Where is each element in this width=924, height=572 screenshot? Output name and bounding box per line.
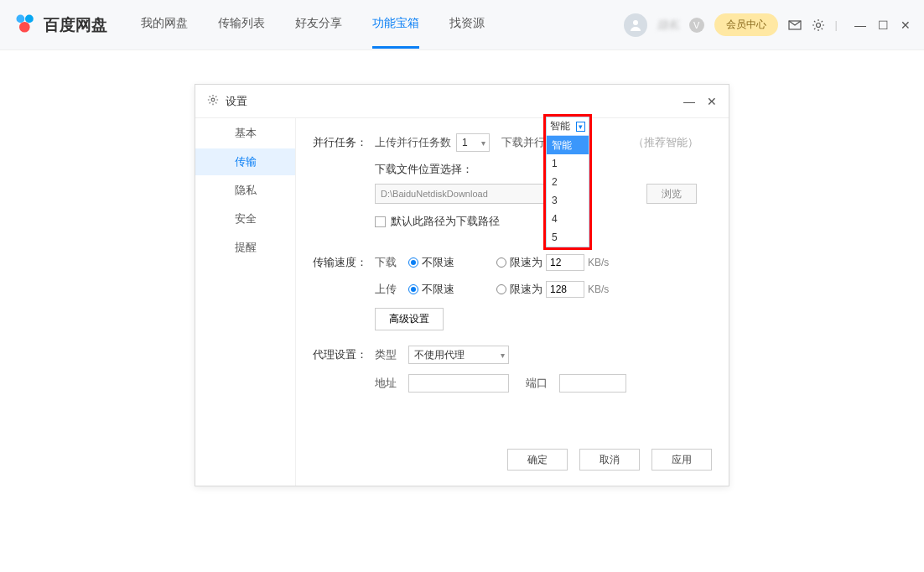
sidebar-tab-privacy[interactable]: 隐私 — [195, 177, 295, 204]
close-button[interactable]: ✕ — [901, 18, 911, 32]
dropdown-option-1[interactable]: 1 — [547, 154, 589, 173]
dropdown-trigger[interactable]: 智能 ▾ — [547, 117, 589, 136]
advanced-settings-button[interactable]: 高级设置 — [375, 308, 444, 330]
gear-icon — [207, 94, 219, 108]
dl-unit: KB/s — [588, 257, 609, 268]
dl-unlimited-radio[interactable] — [408, 257, 418, 268]
dropdown-option-smart[interactable]: 智能 — [547, 136, 589, 154]
svg-point-1 — [25, 15, 34, 23]
proxy-type-select[interactable]: 不使用代理▾ — [408, 346, 509, 364]
download-path-input[interactable] — [375, 184, 563, 204]
download-path-row: 浏览 — [375, 184, 712, 204]
app-logo: 百度网盘 — [13, 12, 107, 38]
browse-button[interactable]: 浏览 — [646, 184, 697, 204]
svg-point-3 — [633, 20, 638, 25]
cancel-button[interactable]: 取消 — [579, 449, 640, 471]
proxy-type-label: 类型 — [375, 347, 403, 362]
window-controls: — ☐ ✕ — [854, 18, 911, 32]
parallel-row: 并行任务： 上传并行任务数 1▾ 下载并行任务数 （推荐智能） — [313, 133, 712, 152]
settings-gear-icon[interactable] — [812, 18, 825, 32]
parallel-hint: （推荐智能） — [633, 135, 698, 150]
chevron-down-icon: ▾ — [481, 138, 485, 148]
ul-unlimited-radio[interactable] — [408, 284, 418, 294]
nav-friend-share[interactable]: 好友分享 — [295, 1, 342, 49]
svg-point-6 — [211, 98, 215, 101]
dl-label: 下载 — [375, 255, 403, 270]
sidebar-tab-basic[interactable]: 基本 — [195, 120, 295, 147]
upload-parallel-label: 上传并行任务数 — [375, 135, 451, 150]
default-path-label: 默认此路径为下载路径 — [391, 214, 500, 229]
nav-my-disk[interactable]: 我的网盘 — [141, 1, 188, 49]
dropdown-option-3[interactable]: 3 — [547, 191, 589, 210]
speed-ul-row: 上传 不限速 限速为 KB/s — [375, 281, 712, 298]
proxy-addr-label: 地址 — [375, 376, 403, 391]
dialog-titlebar: 设置 — ✕ — [195, 85, 729, 118]
dialog-close-button[interactable]: ✕ — [707, 95, 717, 108]
proxy-addr-row: 地址 端口 — [375, 374, 712, 393]
mail-icon[interactable] — [788, 18, 802, 32]
settings-dialog: 设置 — ✕ 基本 传输 隐私 安全 提醒 并行任务： 上传并行任务数 1▾ 下… — [195, 84, 729, 486]
dl-limit-input[interactable] — [546, 254, 584, 271]
dropdown-option-2[interactable]: 2 — [547, 173, 589, 191]
sidebar-tab-transfer[interactable]: 传输 — [195, 148, 295, 175]
parallel-label: 并行任务： — [313, 135, 375, 150]
sidebar-tab-notify[interactable]: 提醒 — [195, 234, 295, 261]
default-path-checkbox[interactable] — [375, 216, 386, 227]
proxy-addr-input[interactable] — [408, 374, 509, 393]
upload-parallel-select[interactable]: 1▾ — [456, 133, 490, 152]
download-parallel-dropdown: 智能 ▾ 智能 1 2 3 4 5 — [546, 117, 589, 247]
avatar[interactable] — [624, 13, 647, 37]
vip-badge-icon: V — [689, 18, 704, 33]
svg-point-2 — [19, 22, 30, 33]
maximize-button[interactable]: ☐ — [878, 18, 889, 32]
apply-button[interactable]: 应用 — [651, 449, 712, 471]
dropdown-option-5[interactable]: 5 — [547, 228, 589, 247]
nav-transfer-list[interactable]: 传输列表 — [218, 1, 265, 49]
proxy-port-input[interactable] — [559, 374, 626, 393]
proxy-label: 代理设置： — [313, 347, 375, 362]
minimize-button[interactable]: — — [854, 18, 866, 32]
proxy-port-label: 端口 — [526, 376, 554, 391]
dropdown-option-4[interactable]: 4 — [547, 210, 589, 228]
svg-point-5 — [816, 23, 820, 27]
main-nav: 我的网盘 传输列表 好友分享 功能宝箱 找资源 — [141, 1, 485, 49]
app-name: 百度网盘 — [44, 14, 107, 36]
nav-toolbox[interactable]: 功能宝箱 — [372, 1, 419, 49]
ul-unit: KB/s — [588, 283, 609, 295]
proxy-type-row: 代理设置： 类型 不使用代理▾ — [313, 346, 712, 364]
settings-content: 并行任务： 上传并行任务数 1▾ 下载并行任务数 （推荐智能） 下载文件位置选择… — [296, 118, 729, 486]
chevron-down-icon: ▾ — [576, 122, 585, 132]
ul-limit-input[interactable] — [546, 281, 584, 298]
ul-label: 上传 — [375, 282, 403, 297]
chevron-down-icon: ▾ — [501, 351, 505, 360]
top-right: 隐私 V 会员中心 | — ☐ ✕ — [624, 13, 911, 37]
sidebar-tab-security[interactable]: 安全 — [195, 205, 295, 232]
dialog-title: 设置 — [226, 94, 247, 109]
username: 隐私 — [657, 18, 679, 33]
default-path-row: 默认此路径为下载路径 — [375, 214, 712, 229]
ok-button[interactable]: 确定 — [507, 449, 568, 471]
download-loc-label: 下载文件位置选择： — [375, 162, 712, 177]
member-center-button[interactable]: 会员中心 — [714, 13, 778, 36]
top-bar: 百度网盘 我的网盘 传输列表 好友分享 功能宝箱 找资源 隐私 V 会员中心 |… — [0, 0, 924, 50]
speed-label: 传输速度： — [313, 255, 375, 270]
speed-dl-row: 传输速度： 下载 不限速 限速为 KB/s — [313, 254, 712, 271]
cloud-logo-icon — [13, 12, 37, 38]
ul-limited-radio[interactable] — [496, 284, 506, 294]
dl-limited-radio[interactable] — [496, 257, 506, 268]
svg-point-0 — [17, 15, 25, 23]
settings-sidebar: 基本 传输 隐私 安全 提醒 — [195, 118, 296, 486]
dialog-footer: 确定 取消 应用 — [507, 449, 712, 471]
dialog-minimize-button[interactable]: — — [683, 95, 695, 108]
nav-find-resource[interactable]: 找资源 — [449, 1, 485, 49]
